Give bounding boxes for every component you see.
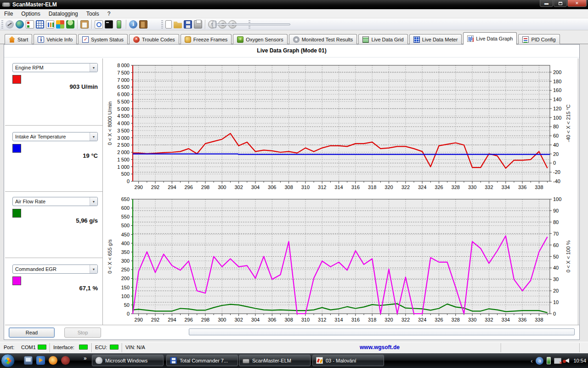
svg-text:6 500: 6 500 — [117, 84, 130, 90]
zoom-slider-thumb[interactable] — [213, 21, 216, 28]
svg-text:304: 304 — [251, 184, 260, 190]
quick-launch-overflow[interactable]: » — [84, 355, 87, 362]
print-icon[interactable] — [194, 20, 202, 29]
taskbar-clock: 10:54 — [573, 358, 586, 363]
tab-monitored-test-results[interactable]: Monitored Test Results — [289, 34, 357, 44]
channel-1-select[interactable]: Engine RPM ▼ — [12, 63, 98, 72]
svg-text:60: 60 — [553, 242, 559, 248]
svg-text:310: 310 — [301, 317, 310, 322]
tab-live-data-grid[interactable]: Live Data Grid — [358, 34, 407, 44]
close-button[interactable]: ✕ — [567, 0, 587, 7]
battery-icon[interactable] — [117, 20, 121, 29]
status-bar: Port: COM1 Interface: ECU: VIN: N/A www.… — [0, 342, 588, 353]
svg-text:200: 200 — [553, 69, 561, 75]
channel-3-select[interactable]: Air Flow Rate ▼ — [12, 197, 98, 206]
start-button[interactable] — [1, 354, 15, 368]
website-link[interactable]: www.wgsoft.de — [360, 344, 400, 351]
tab-live-data-graph[interactable]: Live Data Graph — [463, 32, 517, 45]
svg-text:332: 332 — [485, 317, 493, 322]
bar-chart-icon[interactable] — [46, 20, 54, 29]
tray-expand-icon[interactable]: ‹ — [531, 357, 532, 364]
open-file-icon[interactable] — [174, 20, 182, 29]
taskbar-button-paint[interactable]: 03 - Malování — [312, 355, 384, 366]
info-icon[interactable] — [129, 20, 137, 29]
taskbar-button-total-commander[interactable]: Total Commander 7... — [166, 355, 238, 366]
connect-icon[interactable] — [6, 20, 14, 29]
svg-text:0: 0 — [127, 311, 130, 316]
tab-oxygen-sensors[interactable]: Oxygen Sensors — [233, 34, 287, 44]
ecu-status-led — [110, 345, 119, 350]
exit-icon[interactable] — [139, 20, 147, 29]
svg-text:500: 500 — [121, 171, 130, 177]
airflow-egr-chart: 2902922942962983003023043063083103123143… — [104, 194, 577, 325]
svg-text:450: 450 — [121, 232, 130, 237]
svg-text:90: 90 — [553, 208, 559, 213]
save-icon[interactable] — [184, 20, 192, 29]
sun-icon[interactable] — [49, 356, 57, 365]
svg-text:8 000: 8 000 — [117, 63, 130, 68]
tab-trouble-codes[interactable]: Trouble Codes — [129, 34, 179, 44]
media-player-icon[interactable] — [36, 356, 45, 365]
data-table-icon[interactable] — [36, 20, 44, 29]
svg-text:0: 0 — [127, 178, 130, 184]
svg-text:100: 100 — [553, 196, 561, 202]
menu-tools[interactable]: Tools — [82, 10, 103, 18]
stop-button[interactable]: Stop — [64, 328, 101, 338]
channel-4-select[interactable]: Commanded EGR ▼ — [12, 264, 98, 274]
minimize-button[interactable]: ▬ — [540, 0, 553, 7]
restore-button[interactable] — [554, 0, 567, 7]
autorun-tray-icon[interactable]: a — [536, 357, 543, 365]
network-disconnected-icon[interactable] — [554, 358, 561, 364]
colors-icon[interactable] — [56, 20, 64, 29]
channel-2-select[interactable]: Intake Air Temperature ▼ — [12, 132, 98, 141]
menu-file[interactable]: File — [0, 10, 17, 18]
new-file-icon[interactable] — [165, 20, 172, 29]
toolbar-separator — [77, 20, 78, 29]
svg-text:100: 100 — [553, 115, 561, 121]
menu-options[interactable]: Options — [17, 10, 44, 18]
svg-text:50: 50 — [124, 302, 130, 308]
terminal-icon[interactable] — [105, 20, 113, 29]
search-doc-icon[interactable] — [95, 20, 103, 29]
live-data-graph-page: Live Data Graph (Mode 01) Engine RPM ▼ 9… — [4, 44, 580, 340]
user-icon[interactable] — [66, 20, 74, 29]
svg-text:1 000: 1 000 — [117, 164, 130, 170]
svg-text:306: 306 — [268, 317, 276, 322]
tab-start[interactable]: Start — [5, 34, 32, 44]
tab-freeze-frames[interactable]: Freeze Frames — [181, 34, 232, 44]
browser-icon[interactable] — [61, 356, 70, 365]
show-desktop-icon[interactable] — [24, 356, 33, 365]
battery-tray-icon[interactable] — [547, 357, 551, 364]
tab-live-data-meter[interactable]: Live Data Meter — [409, 34, 462, 44]
tab-system-status[interactable]: System Status — [78, 34, 128, 44]
read-button[interactable]: Read — [9, 328, 55, 338]
svg-text:2 500: 2 500 — [117, 142, 130, 148]
svg-text:7 500: 7 500 — [117, 70, 130, 75]
taskbar-button-microsoft-windows[interactable]: Microsoft Windows — [92, 355, 164, 366]
svg-text:40: 40 — [553, 265, 559, 270]
id-card-icon[interactable] — [26, 20, 34, 29]
volume-muted-icon[interactable] — [565, 358, 569, 363]
svg-text:302: 302 — [234, 184, 243, 190]
graph-icon — [467, 35, 474, 42]
svg-text:290: 290 — [135, 317, 143, 322]
zoom-slider[interactable] — [211, 23, 290, 25]
globe-icon[interactable] — [16, 20, 24, 29]
svg-text:600: 600 — [121, 205, 130, 211]
tab-strip: Start Vehicle Info System Status Trouble… — [0, 30, 588, 44]
svg-text:320: 320 — [384, 184, 393, 190]
tab-pid-config[interactable]: PID Config — [518, 34, 560, 44]
tab-vehicle-info[interactable]: Vehicle Info — [34, 34, 77, 44]
toolbar-grip — [1, 20, 3, 29]
menu-datalogging[interactable]: Datalogging — [45, 10, 82, 18]
svg-text:5 500: 5 500 — [117, 99, 130, 104]
clipboard-icon[interactable] — [80, 20, 89, 29]
taskbar-button-scanmaster[interactable]: ScanMaster-ELM — [239, 355, 311, 366]
svg-text:322: 322 — [401, 184, 410, 190]
svg-text:312: 312 — [318, 184, 326, 190]
home-icon — [9, 36, 15, 43]
menu-help[interactable]: ? — [103, 10, 115, 18]
svg-text:100: 100 — [121, 293, 130, 299]
svg-text:0: 0 — [553, 311, 556, 316]
toolbar-separator — [91, 20, 92, 29]
